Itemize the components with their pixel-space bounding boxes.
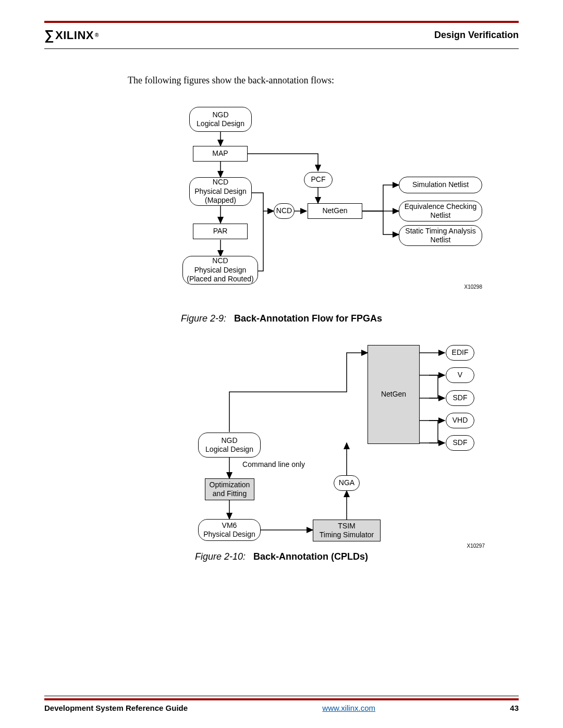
node-ncd-small: NCD [274, 203, 295, 219]
node-opt-fit: Optimization and Fitting [205, 478, 254, 500]
node-vhd: VHD [446, 413, 474, 428]
header: ∑ XILINX ® Design Verification [44, 23, 519, 48]
intro-text: The following figures show the back-anno… [128, 75, 519, 86]
node-ngd: NGD Logical Design [189, 107, 252, 132]
xilinx-logo: ∑ XILINX ® [44, 27, 99, 43]
footer-doc-title: Development System Reference Guide [44, 704, 188, 712]
node-edif: EDIF [446, 345, 474, 361]
figure-caption-1: Figure 2-9: Back-Annotation Flow for FPG… [44, 313, 519, 324]
page-number: 43 [510, 704, 519, 712]
footer: Development System Reference Guide www.x… [44, 696, 519, 712]
node-ngd-2: NGD Logical Design [198, 433, 261, 458]
footer-url[interactable]: www.xilinx.com [322, 704, 375, 712]
node-nga: NGA [334, 475, 360, 491]
node-sdf-2: SDF [446, 435, 474, 451]
node-tsim: TSIM Timing Simulator [313, 520, 381, 541]
node-ncd-mapped: NCD Physical Design (Mapped) [189, 177, 252, 206]
node-sim-netlist: Simulation Netlist [399, 177, 482, 193]
node-ncd-placed: NCD Physical Design (Placed and Routed) [182, 256, 258, 285]
node-netgen-2: NetGen [368, 345, 420, 444]
logo-icon: ∑ [44, 27, 54, 43]
node-map: MAP [193, 146, 248, 162]
diagram-id-1: X10298 [464, 284, 482, 290]
node-pcf: PCF [304, 172, 333, 188]
node-netgen-1: NetGen [308, 203, 362, 219]
node-sdf-1: SDF [446, 390, 474, 406]
registered-icon: ® [95, 32, 99, 38]
diagram-id-2: X10297 [467, 543, 485, 549]
header-underline [44, 48, 519, 49]
node-equiv-netlist: Equivalence Checking Netlist [399, 201, 482, 221]
figure-caption-2: Figure 2-10: Back-Annotation (CPLDs) [44, 551, 519, 562]
figure-fpga-flow: NGD Logical Design MAP NCD Physical Desi… [133, 107, 534, 310]
node-vm6: VM6 Physical Design [198, 519, 261, 541]
node-par: PAR [193, 224, 248, 239]
figure-cpld-flow: NGD Logical Design Command line only Opt… [138, 340, 540, 548]
node-v: V [446, 367, 474, 383]
label-cmdline: Command line only [237, 460, 310, 470]
section-title: Design Verification [434, 30, 519, 41]
logo-text: XILINX [55, 29, 94, 42]
node-sta-netlist: Static Timing Analysis Netlist [399, 225, 482, 246]
